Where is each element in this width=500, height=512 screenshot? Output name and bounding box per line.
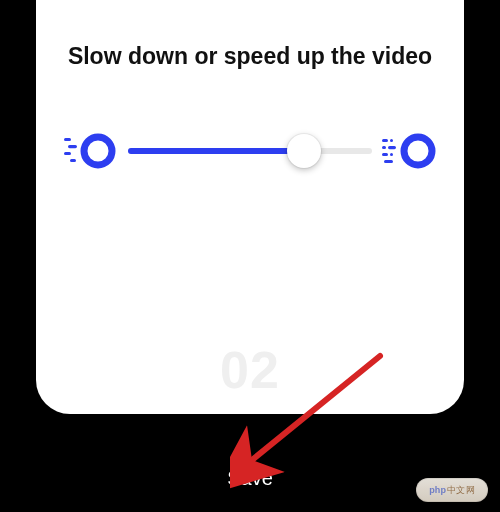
slider-fill <box>128 148 304 154</box>
svg-rect-10 <box>390 153 393 156</box>
svg-rect-8 <box>388 146 396 149</box>
motion-slow-icon <box>64 132 118 170</box>
svg-rect-6 <box>390 139 393 142</box>
card-title: Slow down or speed up the video <box>68 42 432 72</box>
speed-slider[interactable] <box>128 133 372 169</box>
svg-point-4 <box>84 137 112 165</box>
adjacent-card-right-edge <box>494 0 500 430</box>
motion-fast-icon <box>382 132 436 170</box>
svg-rect-3 <box>70 159 76 162</box>
svg-rect-0 <box>64 138 71 141</box>
watermark-badge: php 中文网 <box>416 478 488 502</box>
slider-thumb[interactable] <box>287 134 321 168</box>
svg-rect-11 <box>384 160 393 163</box>
save-button-label: Save <box>227 467 273 489</box>
svg-rect-2 <box>64 152 71 155</box>
svg-rect-7 <box>382 146 386 149</box>
svg-rect-5 <box>382 139 388 142</box>
watermark-suffix: 中文网 <box>447 484 475 497</box>
watermark-prefix: php <box>429 485 446 495</box>
page-number: 02 <box>36 340 464 400</box>
svg-rect-1 <box>68 145 77 148</box>
speed-slider-row <box>64 132 436 170</box>
svg-point-12 <box>404 137 432 165</box>
svg-rect-9 <box>382 153 388 156</box>
adjacent-card-left-edge <box>0 0 6 430</box>
speed-control-card: Slow down or speed up the video <box>26 0 474 424</box>
